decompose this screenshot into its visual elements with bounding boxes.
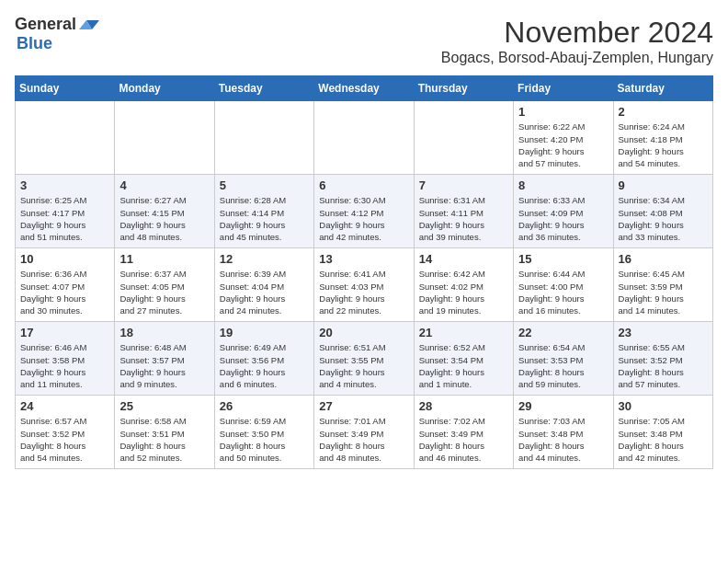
header-day-saturday: Saturday (613, 76, 712, 101)
day-number: 19 (220, 326, 309, 339)
day-number: 12 (220, 252, 309, 266)
day-info: Sunrise: 6:34 AM Sunset: 4:08 PM Dayligh… (619, 194, 708, 243)
day-number: 6 (319, 178, 408, 192)
logo-general-text: General (15, 15, 76, 34)
calendar-cell (314, 101, 414, 175)
header-day-friday: Friday (514, 76, 613, 101)
day-info: Sunrise: 6:41 AM Sunset: 4:03 PM Dayligh… (319, 268, 408, 316)
day-info: Sunrise: 6:55 AM Sunset: 3:52 PM Dayligh… (619, 341, 708, 390)
day-info: Sunrise: 6:52 AM Sunset: 3:54 PM Dayligh… (419, 341, 508, 390)
logo-icon (79, 17, 99, 33)
day-info: Sunrise: 6:42 AM Sunset: 4:02 PM Dayligh… (419, 268, 508, 316)
day-number: 22 (518, 326, 608, 339)
day-number: 14 (419, 252, 508, 266)
logo: General Blue (15, 15, 99, 53)
calendar-cell: 30Sunrise: 7:05 AM Sunset: 3:48 PM Dayli… (613, 396, 712, 469)
calendar-week-4: 24Sunrise: 6:57 AM Sunset: 3:52 PM Dayli… (16, 396, 713, 469)
header-day-wednesday: Wednesday (314, 76, 414, 101)
day-number: 24 (20, 399, 109, 413)
calendar-cell (414, 101, 513, 175)
calendar-body: 1Sunrise: 6:22 AM Sunset: 4:20 PM Daylig… (16, 101, 713, 469)
calendar-week-3: 17Sunrise: 6:46 AM Sunset: 3:58 PM Dayli… (16, 322, 713, 396)
calendar-cell: 9Sunrise: 6:34 AM Sunset: 4:08 PM Daylig… (613, 175, 712, 248)
page-header: General Blue November 2024 Bogacs, Borso… (15, 15, 713, 66)
day-number: 5 (220, 178, 309, 192)
day-number: 9 (619, 178, 708, 192)
day-number: 11 (119, 252, 209, 266)
day-number: 23 (619, 326, 708, 339)
day-number: 15 (518, 252, 608, 266)
day-info: Sunrise: 6:37 AM Sunset: 4:05 PM Dayligh… (119, 268, 209, 316)
day-number: 20 (319, 326, 408, 339)
day-info: Sunrise: 6:49 AM Sunset: 3:56 PM Dayligh… (220, 341, 309, 390)
calendar-cell (214, 101, 313, 175)
day-info: Sunrise: 6:28 AM Sunset: 4:14 PM Dayligh… (220, 194, 309, 243)
day-info: Sunrise: 6:25 AM Sunset: 4:17 PM Dayligh… (20, 194, 109, 243)
header-day-monday: Monday (115, 76, 214, 101)
calendar-cell: 11Sunrise: 6:37 AM Sunset: 4:05 PM Dayli… (115, 248, 214, 322)
calendar-cell: 1Sunrise: 6:22 AM Sunset: 4:20 PM Daylig… (514, 101, 613, 175)
day-info: Sunrise: 6:36 AM Sunset: 4:07 PM Dayligh… (20, 268, 109, 316)
day-number: 2 (619, 105, 708, 119)
location-title: Bogacs, Borsod-Abauj-Zemplen, Hungary (441, 50, 713, 66)
day-info: Sunrise: 6:27 AM Sunset: 4:15 PM Dayligh… (119, 194, 209, 243)
calendar-cell: 16Sunrise: 6:45 AM Sunset: 3:59 PM Dayli… (613, 248, 712, 322)
calendar-cell: 23Sunrise: 6:55 AM Sunset: 3:52 PM Dayli… (613, 322, 712, 396)
day-info: Sunrise: 6:22 AM Sunset: 4:20 PM Dayligh… (518, 121, 608, 169)
title-block: November 2024 Bogacs, Borsod-Abauj-Zempl… (441, 15, 713, 66)
header-day-sunday: Sunday (16, 76, 115, 101)
calendar-cell: 5Sunrise: 6:28 AM Sunset: 4:14 PM Daylig… (214, 175, 313, 248)
day-info: Sunrise: 6:51 AM Sunset: 3:55 PM Dayligh… (319, 341, 408, 390)
logo-blue-text: Blue (17, 34, 52, 53)
day-info: Sunrise: 6:45 AM Sunset: 3:59 PM Dayligh… (619, 268, 708, 316)
day-number: 17 (20, 326, 109, 339)
calendar-cell: 28Sunrise: 7:02 AM Sunset: 3:49 PM Dayli… (414, 396, 513, 469)
day-info: Sunrise: 6:44 AM Sunset: 4:00 PM Dayligh… (518, 268, 608, 316)
day-number: 4 (119, 178, 209, 192)
day-number: 18 (119, 326, 209, 339)
calendar-cell: 29Sunrise: 7:03 AM Sunset: 3:48 PM Dayli… (514, 396, 613, 469)
day-info: Sunrise: 6:59 AM Sunset: 3:50 PM Dayligh… (220, 415, 309, 464)
day-number: 28 (419, 399, 508, 413)
calendar-cell: 15Sunrise: 6:44 AM Sunset: 4:00 PM Dayli… (514, 248, 613, 322)
calendar-cell: 14Sunrise: 6:42 AM Sunset: 4:02 PM Dayli… (414, 248, 513, 322)
calendar-cell: 18Sunrise: 6:48 AM Sunset: 3:57 PM Dayli… (115, 322, 214, 396)
day-number: 30 (619, 399, 708, 413)
calendar-cell: 3Sunrise: 6:25 AM Sunset: 4:17 PM Daylig… (16, 175, 115, 248)
header-day-thursday: Thursday (414, 76, 513, 101)
day-number: 1 (518, 105, 608, 119)
day-info: Sunrise: 6:46 AM Sunset: 3:58 PM Dayligh… (20, 341, 109, 390)
day-info: Sunrise: 6:31 AM Sunset: 4:11 PM Dayligh… (419, 194, 508, 243)
calendar-cell: 27Sunrise: 7:01 AM Sunset: 3:49 PM Dayli… (314, 396, 414, 469)
month-title: November 2024 (441, 15, 713, 50)
calendar-cell: 7Sunrise: 6:31 AM Sunset: 4:11 PM Daylig… (414, 175, 513, 248)
day-number: 3 (20, 178, 109, 192)
calendar-cell: 17Sunrise: 6:46 AM Sunset: 3:58 PM Dayli… (16, 322, 115, 396)
calendar-cell: 8Sunrise: 6:33 AM Sunset: 4:09 PM Daylig… (514, 175, 613, 248)
calendar-cell: 20Sunrise: 6:51 AM Sunset: 3:55 PM Dayli… (314, 322, 414, 396)
calendar-week-1: 3Sunrise: 6:25 AM Sunset: 4:17 PM Daylig… (16, 175, 713, 248)
day-number: 10 (20, 252, 109, 266)
day-info: Sunrise: 7:05 AM Sunset: 3:48 PM Dayligh… (619, 415, 708, 464)
day-info: Sunrise: 6:33 AM Sunset: 4:09 PM Dayligh… (518, 194, 608, 243)
calendar-cell: 6Sunrise: 6:30 AM Sunset: 4:12 PM Daylig… (314, 175, 414, 248)
day-number: 13 (319, 252, 408, 266)
day-number: 25 (119, 399, 209, 413)
calendar-table: SundayMondayTuesdayWednesdayThursdayFrid… (15, 75, 713, 469)
day-info: Sunrise: 6:48 AM Sunset: 3:57 PM Dayligh… (119, 341, 209, 390)
day-info: Sunrise: 7:02 AM Sunset: 3:49 PM Dayligh… (419, 415, 508, 464)
calendar-cell: 13Sunrise: 6:41 AM Sunset: 4:03 PM Dayli… (314, 248, 414, 322)
calendar-header-row: SundayMondayTuesdayWednesdayThursdayFrid… (16, 76, 713, 101)
day-info: Sunrise: 6:24 AM Sunset: 4:18 PM Dayligh… (619, 121, 708, 169)
day-number: 27 (319, 399, 408, 413)
calendar-cell: 26Sunrise: 6:59 AM Sunset: 3:50 PM Dayli… (214, 396, 313, 469)
calendar-cell: 12Sunrise: 6:39 AM Sunset: 4:04 PM Dayli… (214, 248, 313, 322)
calendar-cell: 25Sunrise: 6:58 AM Sunset: 3:51 PM Dayli… (115, 396, 214, 469)
day-number: 26 (220, 399, 309, 413)
day-number: 16 (619, 252, 708, 266)
calendar-cell: 24Sunrise: 6:57 AM Sunset: 3:52 PM Dayli… (16, 396, 115, 469)
day-number: 29 (518, 399, 608, 413)
calendar-cell: 21Sunrise: 6:52 AM Sunset: 3:54 PM Dayli… (414, 322, 513, 396)
day-info: Sunrise: 6:58 AM Sunset: 3:51 PM Dayligh… (119, 415, 209, 464)
header-day-tuesday: Tuesday (214, 76, 313, 101)
